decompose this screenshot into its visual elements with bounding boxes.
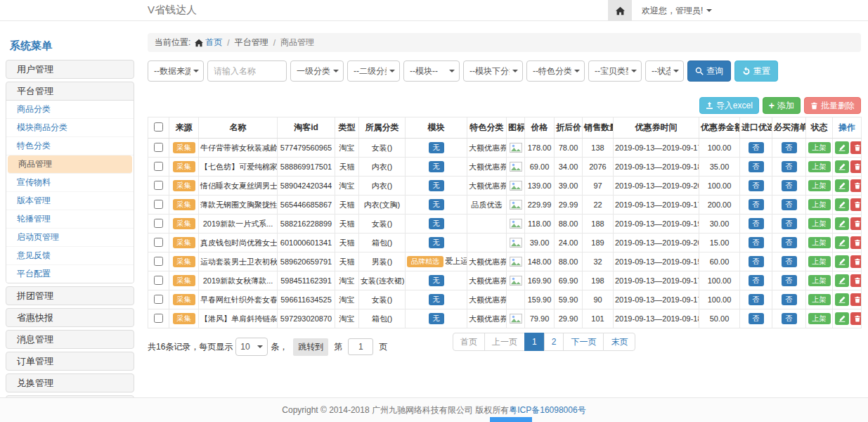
product-name-cell[interactable]: 真皮钱包时尚优雅女士... bbox=[199, 234, 278, 252]
name-search-input[interactable] bbox=[207, 60, 287, 82]
sidebar-item[interactable]: 模块商品分类 bbox=[6, 119, 134, 137]
delete-button[interactable] bbox=[850, 255, 862, 268]
status-toggle[interactable]: 上架 bbox=[808, 313, 831, 324]
product-name-cell[interactable]: 2019新款一片式系... bbox=[199, 215, 278, 234]
filter-source-select[interactable]: --数据来源-- bbox=[148, 60, 204, 82]
sidebar-item[interactable]: 商品分类 bbox=[6, 101, 134, 119]
row-checkbox[interactable] bbox=[154, 162, 163, 171]
sidebar-item[interactable]: 宣传物料 bbox=[6, 174, 134, 192]
row-checkbox[interactable] bbox=[154, 181, 163, 190]
status-toggle[interactable]: 上架 bbox=[808, 161, 831, 172]
status-toggle[interactable]: 上架 bbox=[808, 199, 831, 210]
status-toggle[interactable]: 上架 bbox=[808, 142, 831, 153]
edit-button[interactable] bbox=[835, 236, 849, 249]
must-buy-toggle[interactable]: 否 bbox=[782, 313, 797, 324]
jump-button[interactable]: 跳转到 bbox=[293, 338, 328, 356]
edit-button[interactable] bbox=[835, 198, 849, 211]
sidebar-group-heading[interactable]: 兑换管理 bbox=[6, 374, 134, 392]
row-checkbox[interactable] bbox=[154, 257, 163, 266]
filter-primary-category-select[interactable]: 一级分类 bbox=[290, 60, 344, 82]
pager-button-2[interactable]: 1 bbox=[524, 333, 545, 351]
sidebar-item[interactable]: 启动页管理 bbox=[6, 229, 134, 247]
imported-toggle[interactable]: 否 bbox=[749, 237, 764, 248]
filter-module-subcategory-select[interactable]: --模块下分类-- bbox=[463, 60, 523, 82]
page-number-input[interactable] bbox=[348, 338, 373, 355]
delete-button[interactable] bbox=[850, 236, 862, 249]
must-buy-toggle[interactable]: 否 bbox=[782, 256, 797, 267]
imported-toggle[interactable]: 否 bbox=[749, 313, 764, 324]
row-checkbox[interactable] bbox=[154, 314, 163, 323]
filter-feature-category-select[interactable]: --特色分类-- bbox=[526, 60, 585, 82]
breadcrumb-item-platform[interactable]: 平台管理 bbox=[235, 37, 268, 49]
edit-button[interactable] bbox=[835, 274, 849, 287]
imported-toggle[interactable]: 否 bbox=[749, 180, 764, 191]
delete-button[interactable] bbox=[850, 179, 862, 192]
edit-button[interactable] bbox=[835, 312, 849, 325]
row-checkbox[interactable] bbox=[154, 143, 163, 152]
pager-button-4[interactable]: 下一页 bbox=[563, 333, 604, 351]
edit-button[interactable] bbox=[835, 160, 849, 173]
imported-toggle[interactable]: 否 bbox=[749, 142, 764, 153]
product-name-cell[interactable]: 情侣睡衣女夏丝绸男士... bbox=[199, 177, 278, 196]
breadcrumb-home-link[interactable]: 首页 bbox=[205, 37, 222, 49]
product-name-cell[interactable]: 牛仔背带裤女秋装减龄... bbox=[199, 139, 278, 158]
imported-toggle[interactable]: 否 bbox=[749, 256, 764, 267]
import-excel-button[interactable]: 导入excel bbox=[699, 97, 759, 114]
add-button[interactable]: + 添加 bbox=[763, 97, 801, 114]
status-toggle[interactable]: 上架 bbox=[808, 275, 831, 286]
must-buy-toggle[interactable]: 否 bbox=[782, 218, 797, 229]
status-toggle[interactable]: 上架 bbox=[808, 237, 831, 248]
must-buy-toggle[interactable]: 否 bbox=[782, 275, 797, 286]
delete-button[interactable] bbox=[850, 160, 862, 173]
sidebar-group-heading[interactable]: 拼团管理 bbox=[6, 287, 134, 305]
product-name-cell[interactable]: 运动套装男士卫衣初秋... bbox=[199, 252, 278, 271]
filter-module-select[interactable]: --模块-- bbox=[403, 60, 460, 82]
product-name-cell[interactable]: 【七色纺】可爱纯棉家... bbox=[199, 158, 278, 177]
sidebar-group-heading[interactable]: 消息管理 bbox=[6, 331, 134, 348]
delete-button[interactable] bbox=[850, 293, 862, 306]
imported-toggle[interactable]: 否 bbox=[749, 218, 764, 229]
imported-toggle[interactable]: 否 bbox=[749, 161, 764, 172]
sidebar-group-heading[interactable]: 用户管理 bbox=[6, 60, 134, 78]
imported-toggle[interactable]: 否 bbox=[749, 199, 764, 210]
sidebar-group-heading[interactable]: 平台管理 bbox=[6, 82, 134, 100]
sidebar-group-heading[interactable]: 订单管理 bbox=[6, 352, 134, 370]
row-checkbox[interactable] bbox=[154, 238, 163, 247]
row-checkbox[interactable] bbox=[154, 295, 163, 304]
product-name-cell[interactable]: 早春网红针织外套女春... bbox=[199, 290, 278, 309]
row-checkbox[interactable] bbox=[154, 219, 163, 228]
status-toggle[interactable]: 上架 bbox=[808, 294, 831, 305]
sidebar-item[interactable]: 版本管理 bbox=[6, 192, 134, 210]
user-menu[interactable]: 欢迎您，管理员! bbox=[642, 5, 712, 17]
row-checkbox[interactable] bbox=[154, 200, 163, 209]
must-buy-toggle[interactable]: 否 bbox=[782, 294, 797, 305]
edit-button[interactable] bbox=[835, 255, 849, 268]
filter-secondary-category-select[interactable]: --二级分类-- bbox=[347, 60, 400, 82]
must-buy-toggle[interactable]: 否 bbox=[782, 142, 797, 153]
must-buy-toggle[interactable]: 否 bbox=[782, 199, 797, 210]
must-buy-toggle[interactable]: 否 bbox=[782, 180, 797, 191]
sidebar-item[interactable]: 意见反馈 bbox=[6, 247, 134, 265]
home-button[interactable] bbox=[608, 0, 632, 21]
status-toggle[interactable]: 上架 bbox=[808, 256, 831, 267]
imported-toggle[interactable]: 否 bbox=[749, 275, 764, 286]
sidebar-item-active[interactable]: 商品管理 bbox=[8, 155, 132, 174]
select-all-checkbox[interactable] bbox=[154, 122, 163, 132]
status-toggle[interactable]: 上架 bbox=[808, 218, 831, 229]
delete-button[interactable] bbox=[850, 198, 862, 211]
delete-button[interactable] bbox=[850, 141, 862, 154]
delete-button[interactable] bbox=[850, 217, 862, 230]
page-size-select[interactable]: 10 bbox=[235, 338, 268, 356]
edit-button[interactable] bbox=[835, 293, 849, 306]
filter-status-select[interactable]: --状态-- bbox=[645, 60, 684, 82]
batch-delete-button[interactable]: 批量删除 bbox=[804, 97, 861, 114]
pager-button-3[interactable]: 2 bbox=[544, 333, 564, 351]
search-button[interactable]: 查询 bbox=[687, 60, 731, 82]
icp-link[interactable]: 粤ICP备16098006号 bbox=[509, 404, 585, 416]
edit-button[interactable] bbox=[835, 141, 849, 154]
pager-button-5[interactable]: 末页 bbox=[603, 333, 635, 351]
delete-button[interactable] bbox=[850, 312, 862, 325]
sidebar-group-heading[interactable]: 省惠快报 bbox=[6, 309, 134, 326]
sidebar-item[interactable]: 平台配置 bbox=[6, 265, 134, 283]
sidebar-item[interactable]: 特色分类 bbox=[6, 137, 134, 155]
